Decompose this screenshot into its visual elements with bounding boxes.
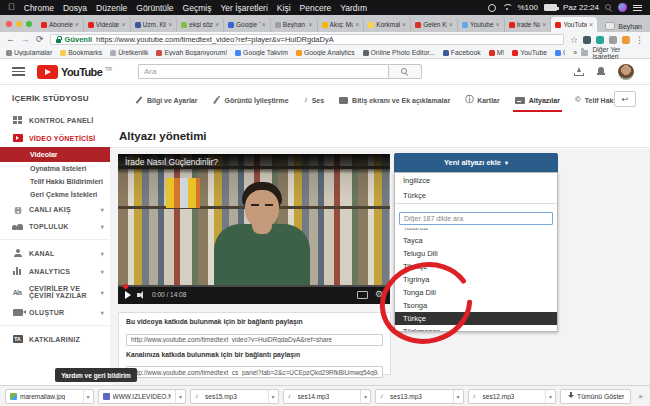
chrome-menu-icon[interactable]: ⋮ [635, 35, 644, 45]
siri-icon[interactable] [618, 3, 627, 12]
tab-close-icon[interactable]: × [496, 21, 500, 28]
sidebar-item-kanal[interactable]: KANAL ▾ [0, 244, 110, 262]
tab-goruntu-iyilestirme[interactable]: Görüntü İyileştirme [212, 85, 288, 115]
menubar-item[interactable]: Dosya [63, 3, 87, 13]
bookmark-item[interactable]: YouTube [512, 49, 547, 56]
sidebar-item-katkilariniz[interactable]: TA KATKILARINIZ [0, 330, 110, 348]
tab-ses[interactable]: ♪ Ses [304, 85, 324, 115]
download-caret-icon[interactable]: ▾ [268, 390, 278, 403]
language-option[interactable]: Tonga Dili [395, 286, 557, 299]
wifi-icon[interactable] [502, 4, 512, 12]
download-caret-icon[interactable]: ▾ [453, 390, 463, 403]
bookmark-item[interactable]: Online Photo Editor... [363, 49, 435, 56]
tab-bilgi-ve-ayarlar[interactable]: Bilgi ve Ayarlar [135, 85, 197, 115]
tab-bitis-ekrani[interactable]: Bitiş ekranı ve Ek açıklamalar [339, 85, 450, 115]
menubar-item[interactable]: Yer İşaretleri [220, 3, 267, 13]
video-title[interactable]: İrade Nasıl Güçlendirilir? [125, 157, 218, 167]
language-option[interactable]: Türkçe [395, 312, 557, 325]
upload-icon[interactable] [574, 67, 584, 76]
language-option[interactable]: Türkmence [395, 325, 557, 332]
forward-icon[interactable]: → [21, 35, 30, 44]
playhead[interactable] [123, 284, 128, 289]
user-avatar[interactable] [618, 64, 634, 80]
menubar-item[interactable]: Kişi [277, 3, 291, 13]
back-icon[interactable]: ← [6, 35, 15, 44]
tab-close-icon[interactable]: × [309, 21, 313, 28]
overflow-chevrons[interactable]: » [573, 49, 577, 56]
language-option[interactable]: Tsonga [395, 299, 557, 312]
bookmark-item[interactable]: M! [489, 49, 505, 56]
notification-center-icon[interactable] [633, 4, 642, 12]
tab-altyazilar[interactable]: Altyazılar [515, 85, 560, 115]
add-subtitle-button[interactable]: Yeni altyazı ekle ▾ [394, 153, 558, 172]
language-option[interactable]: Tigrinya [395, 273, 557, 286]
search-input[interactable] [138, 64, 388, 79]
sidebar-item-olustur[interactable]: OLUŞTUR ▾ [0, 304, 110, 321]
sidebar-item-kontrol-paneli[interactable]: KONTROL PANELİ [0, 111, 110, 129]
sidebar-item-geri-cekme-istekleri[interactable]: Geri Çekme İstekleri [0, 188, 110, 201]
sidebar-item-ceviriler[interactable]: A̸a ÇEVİRİLER VE ÇEVİRİ YAZILAR ▾ [0, 280, 110, 304]
progress-bar[interactable] [118, 285, 390, 287]
download-item[interactable]: ses14.mp3 ▾ [283, 389, 372, 404]
tab-kartlar[interactable]: ⓘ Kartlar [465, 85, 500, 115]
search-button[interactable] [388, 64, 422, 79]
browser-tab[interactable]: Videolar × [84, 17, 131, 32]
apple-icon[interactable]:  [8, 3, 15, 12]
browser-tab[interactable]: Aboneler × [37, 17, 84, 32]
hamburger-menu-icon[interactable] [12, 67, 25, 76]
browser-tab[interactable]: Gelen Ku × [411, 17, 458, 32]
sidebar-item-telif-hakki-bildirimleri[interactable]: Telif Hakkı Bildirimleri [0, 175, 110, 188]
language-option[interactable]: Tayca [395, 234, 557, 247]
menubar-item[interactable]: Chrome [24, 3, 54, 13]
download-item[interactable]: ses12.mp3 ▾ [468, 389, 557, 404]
tab-telif-hakki[interactable]: © Telif Hakkı [575, 85, 619, 115]
tab-close-icon[interactable]: × [542, 21, 546, 28]
download-item[interactable]: WWW.IZLEVIDEO.NET...mp4 ▾ [98, 389, 187, 404]
language-option-turkce[interactable]: Türkçe [395, 188, 557, 203]
bookmark-item[interactable]: Bookmarks [60, 49, 102, 56]
menubar-item[interactable]: Düzenle [96, 3, 127, 13]
sidebar-item-canli-akis[interactable]: ((•)) CANLI AKIŞ ▾ [0, 201, 110, 218]
bookmark-item[interactable]: Facebook [443, 49, 481, 56]
extension-icon[interactable] [622, 36, 630, 44]
bookmark-item[interactable]: Google Takvim [235, 49, 288, 56]
return-button[interactable]: ↩ [614, 91, 636, 107]
spotlight-icon[interactable] [605, 4, 612, 11]
dnd-icon[interactable] [488, 4, 496, 12]
close-downloads-icon[interactable]: × [638, 392, 645, 401]
sidebar-item-analytics[interactable]: ANALYTICS ▾ [0, 262, 110, 280]
tab-close-icon[interactable]: × [449, 21, 453, 28]
language-search-input[interactable] [399, 212, 553, 225]
bookmark-star-icon[interactable]: ☆ [570, 35, 578, 45]
browser-tab[interactable]: Google T × [224, 17, 271, 32]
browser-tab[interactable]: Beyhan B × [271, 17, 318, 32]
show-all-downloads-button[interactable]: Tümünü Göster [560, 389, 631, 404]
video-player[interactable]: İrade Nasıl Güçlendirilir? 0:00 / 14:08 … [118, 154, 390, 304]
tab-close-icon[interactable]: × [215, 21, 219, 28]
tab-close-icon[interactable]: × [121, 21, 125, 28]
browser-tab[interactable]: Uzm. Kli × [131, 17, 178, 32]
extension-icon[interactable] [583, 36, 591, 44]
url-text[interactable]: https://www.youtube.com/timedtext_video?… [96, 35, 334, 44]
bookmark-item[interactable]: Eyvah Boşanıyorum! [156, 49, 227, 56]
bookmark-item[interactable]: Google Analytics [296, 49, 355, 56]
browser-profile[interactable]: Beyhan [597, 22, 646, 32]
volume-icon[interactable] [137, 291, 146, 299]
sidebar-item-video-yoneticisi[interactable]: VİDEO YÖNETİCİSİ [0, 129, 110, 147]
tab-close-icon[interactable]: × [262, 21, 266, 28]
sidebar-item-oynatma-listeleri[interactable]: Oynatma listeleri [0, 162, 110, 175]
reload-icon[interactable]: ⟳ [36, 35, 44, 44]
captions-button[interactable] [357, 291, 368, 299]
download-item[interactable]: ses15.mp3 ▾ [190, 389, 279, 404]
browser-tab[interactable]: Akış: Mu × [318, 17, 365, 32]
browser-tab[interactable]: Youtube × [458, 17, 505, 32]
extension-icon[interactable] [609, 36, 617, 44]
browser-tab[interactable]: Korkmal × [364, 17, 411, 32]
browser-tab[interactable]: YouTube × [551, 17, 597, 32]
sidebar-item-videolar[interactable]: Videolar [0, 147, 110, 162]
bookmark-item[interactable]: Uygulamalar [6, 49, 52, 56]
download-caret-icon[interactable]: ▾ [545, 390, 555, 403]
browser-tab[interactable]: ekşi söz × [177, 17, 224, 32]
tab-close-icon[interactable]: × [75, 21, 79, 28]
extension-icon[interactable] [596, 36, 604, 44]
